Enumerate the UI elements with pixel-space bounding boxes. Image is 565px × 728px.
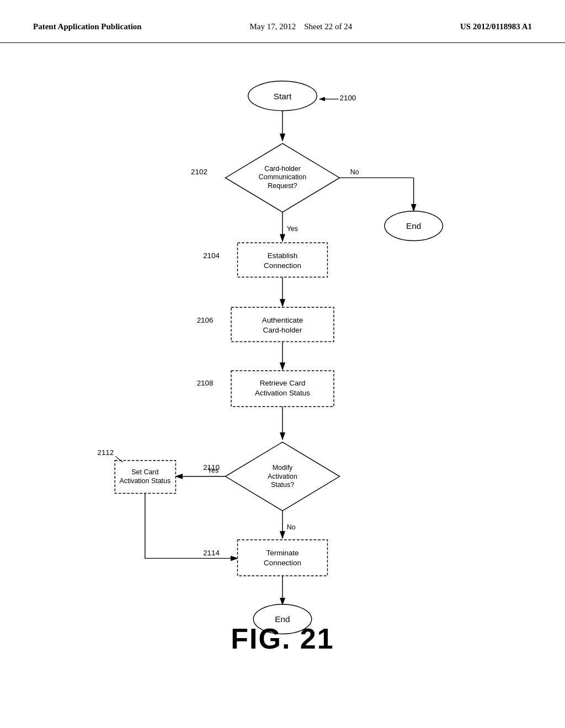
decision1-line3: Request? bbox=[268, 182, 297, 190]
node2106-label: 2106 bbox=[197, 316, 214, 324]
svg-rect-11 bbox=[231, 307, 334, 341]
decision2-line3: Status? bbox=[271, 481, 294, 489]
process1-line2: Connection bbox=[264, 261, 301, 270]
node2114-label: 2114 bbox=[203, 549, 220, 557]
decision1-line1: Card-holder bbox=[264, 165, 301, 173]
flowchart-svg: Start 2100 Card-holder Communication Req… bbox=[0, 43, 565, 677]
svg-rect-22 bbox=[238, 540, 328, 576]
process4-line2: Activation Status bbox=[120, 477, 171, 485]
process4-line1: Set Card bbox=[131, 468, 158, 476]
header-right: US 2012/0118983 A1 bbox=[460, 22, 532, 31]
decision1-line2: Communication bbox=[259, 173, 306, 181]
process5-line1: Terminate bbox=[266, 549, 299, 557]
process3-line1: Retrieve Card bbox=[260, 379, 306, 387]
node2102-label: 2102 bbox=[191, 168, 207, 176]
yes-label-2: Yes bbox=[207, 467, 218, 474]
process5-line2: Connection bbox=[264, 559, 301, 567]
page-header: Patent Application Publication May 17, 2… bbox=[0, 0, 565, 43]
process3-line2: Activation Status bbox=[255, 389, 310, 397]
end-top-label: End bbox=[406, 221, 421, 231]
node2112-label: 2112 bbox=[97, 449, 114, 457]
header-left: Patent Application Publication bbox=[33, 22, 142, 31]
node2104-label: 2104 bbox=[203, 251, 220, 260]
diagram-area: Start 2100 Card-holder Communication Req… bbox=[0, 43, 565, 677]
diagram-id-label: 2100 bbox=[339, 94, 356, 102]
process1-line1: Establish bbox=[268, 251, 297, 260]
process2-line2: Card-holder bbox=[263, 326, 302, 334]
process2-line1: Authenticate bbox=[262, 316, 303, 324]
no-label-2: No bbox=[287, 523, 296, 531]
svg-rect-9 bbox=[238, 243, 328, 277]
header-center: May 17, 2012 Sheet 22 of 24 bbox=[249, 22, 352, 31]
no-label-1: No bbox=[350, 168, 359, 176]
yes-label-1: Yes bbox=[287, 225, 298, 233]
decision2-line2: Activation bbox=[268, 473, 297, 480]
figure-label: FIG. 21 bbox=[231, 622, 334, 655]
node2108-label: 2108 bbox=[197, 379, 214, 387]
start-label: Start bbox=[274, 92, 292, 101]
decision2-line1: Modify bbox=[273, 464, 293, 472]
